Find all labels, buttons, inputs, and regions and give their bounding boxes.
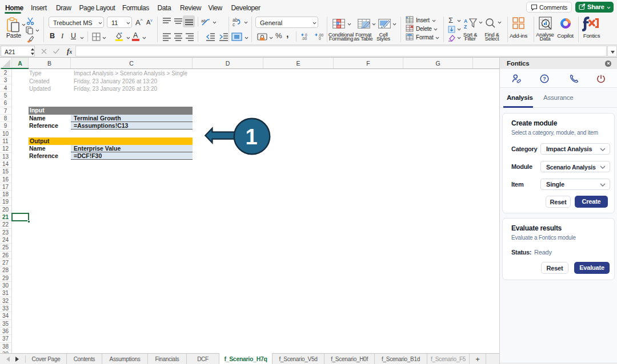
- svg-text:ab: ab: [201, 18, 206, 23]
- svg-text:Z: Z: [464, 24, 467, 30]
- svg-text:?: ?: [543, 76, 546, 82]
- svg-text:1: 1: [245, 125, 257, 149]
- svg-text:0: 0: [319, 37, 321, 41]
- svg-text:.00: .00: [302, 37, 307, 41]
- svg-text:A: A: [464, 18, 467, 24]
